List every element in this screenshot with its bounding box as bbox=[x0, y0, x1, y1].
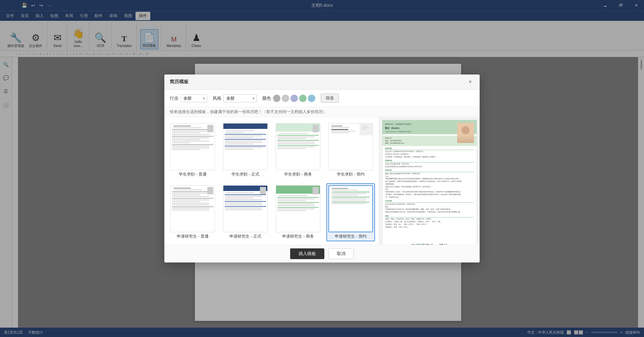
avatar-face bbox=[457, 123, 474, 143]
preview-res-7: ·我有较强的个人能力，本次比赛过程中积累了更多的技术竞争知识，对竞争中中心的规模… bbox=[385, 191, 474, 193]
color-green[interactable] bbox=[299, 95, 307, 102]
template-thumb-6 bbox=[223, 185, 268, 232]
template-thumb-3 bbox=[276, 123, 320, 170]
color-label: 颜色 bbox=[262, 95, 271, 101]
preview-res-1: 国际小微企业金融研究 2021年05月 - 2022年05月 bbox=[385, 173, 474, 175]
preview-skill-1: ·职能：Office、PowerPoint、Excel、Word、功能性工作、使… bbox=[385, 218, 474, 221]
preview-edu-1: 北京大学 | 计算机科学与技术 2018年9月 - 2022年6月 bbox=[385, 151, 474, 153]
preview-res-6: 北京 bbox=[385, 188, 474, 191]
template-item-6[interactable]: 申请研究生 - 正式 bbox=[221, 183, 270, 241]
industry-select[interactable]: 全部 bbox=[180, 94, 207, 102]
modal-close-btn[interactable]: × bbox=[466, 78, 474, 86]
template-name-2: 学生求职 - 正式 bbox=[231, 172, 259, 177]
template-thumb-4 bbox=[328, 123, 373, 170]
preview-award-2: 在读生荣誉奖学金 全国优秀学生奖学金 2018-2019 bbox=[385, 166, 474, 168]
filter-bar: 行业 全部 风格 全部 颜色 bbox=[164, 90, 480, 107]
template-item-2[interactable]: 学生求职 - 正式 bbox=[221, 121, 270, 179]
cancel-btn[interactable]: 取消 bbox=[328, 248, 354, 259]
preview-prac-1: 北京大学学生会 2020年06月 - 2021年02月 bbox=[385, 203, 474, 206]
template-item-4[interactable]: 学生求职 - 简约 bbox=[326, 121, 375, 179]
color-light-gray[interactable] bbox=[282, 95, 289, 102]
style-filter-group: 风格 全部 bbox=[213, 94, 257, 102]
preview-res-4: ·强调经验最 bbox=[385, 183, 474, 186]
preview-panel: 参考专业：计算机科学与技术 凯文（Kevin） 上海 | 北京大学 | 计算机科… bbox=[379, 117, 480, 245]
preview-practice-title: 社会实践 bbox=[385, 200, 474, 203]
resume-preview-8 bbox=[329, 186, 372, 232]
template-name-5: 申请研究生 - 普通 bbox=[177, 234, 209, 239]
preview-template-label: 申请研究生 - 简约 bbox=[382, 241, 477, 245]
template-thumb-5 bbox=[170, 185, 215, 232]
resume-preview-4 bbox=[329, 124, 373, 170]
color-gray[interactable] bbox=[273, 95, 280, 102]
preview-res-5: 全国大学生"互联网+"·"算法"竞赛题目 2020年07月 - 2021年05月 bbox=[385, 186, 474, 188]
preview-image: 参考专业：计算机科学与技术 凯文（Kevin） 上海 | 北京大学 | 计算机科… bbox=[382, 120, 477, 245]
preview-res-loc: 上海 bbox=[385, 176, 474, 178]
template-item-5[interactable]: 申请研究生 - 普通 bbox=[168, 183, 217, 241]
resume-preview-2 bbox=[223, 124, 267, 170]
template-name-7: 申请研究生 - 商务 bbox=[282, 234, 314, 239]
industry-select-wrapper: 全部 bbox=[180, 94, 207, 102]
resume-preview-7 bbox=[276, 186, 320, 232]
template-name-1: 学生求职 - 普通 bbox=[179, 172, 207, 177]
template-thumb-7 bbox=[276, 185, 320, 232]
preview-prac-3: ·实现组织超过70个的行员、组织成员最终事务，编辑、完成、标准、元帅"分发的10… bbox=[385, 208, 474, 211]
preview-awards-title: 荣誉奖项 bbox=[385, 159, 474, 162]
template-item-3[interactable]: 学生求职 - 商务 bbox=[274, 121, 322, 179]
preview-research-title: 研究经历 bbox=[385, 169, 474, 172]
template-thumb-2 bbox=[223, 123, 268, 170]
resume-preview-6 bbox=[223, 186, 267, 232]
hint-text: 快来选择合适的模板，创建属于你的第一份简历吧！（暂不支持同一文档插入多份简历） bbox=[164, 107, 480, 117]
modal-overlay: 简历模板 × 行业 全部 风格 全部 bbox=[0, 0, 644, 337]
filter-apply-btn[interactable]: 筛选 bbox=[321, 94, 339, 103]
preview-skills-title: 技能 bbox=[385, 215, 474, 218]
resume-preview-1 bbox=[171, 124, 215, 170]
style-select[interactable]: 全部 bbox=[223, 94, 257, 102]
preview-prac-4: ·国内外活动每届及公司公务；给单位举办非常多的重大、丰富的运动，以及1000+的… bbox=[385, 211, 474, 213]
color-light-blue[interactable] bbox=[308, 95, 315, 102]
style-select-wrapper: 全部 bbox=[223, 94, 257, 102]
industry-filter-group: 行业 全部 bbox=[170, 94, 207, 102]
template-grid: 学生求职 - 普通 bbox=[164, 117, 379, 245]
insert-template-btn[interactable]: 插入模板 bbox=[290, 248, 324, 259]
preview-res-9: ·共，开发技术方向 bbox=[385, 196, 474, 199]
preview-res-2: ·深刻理解和掌握小微企业在各行各业的运营模式，能够熟练运用计算机分析这个行业的分… bbox=[385, 178, 474, 180]
preview-skill-3: ·语言能力：英语（读）、英语（CET-6）、英语（CET-4） bbox=[385, 224, 474, 226]
preview-skill-4: ·其他能力：亲受、活动（活力） bbox=[385, 226, 474, 229]
preview-res-8: ·在竞赛中，我们的团队每一天技术上，我们的竞争优势竞争优势非常强力，完全达到了我… bbox=[385, 194, 474, 196]
preview-skill-2: ·证书能力：计算机二级、会计从业资格证、注册会计（CPA）、CPA（二级） bbox=[385, 221, 474, 223]
preview-res-3: ·做了这项研究，希望为当时的团队提供更好，并希望让学习更加关注，开开了更多平台，… bbox=[385, 181, 474, 183]
resume-preview-5 bbox=[171, 186, 215, 232]
preview-header: 参考专业：计算机科学与技术 凯文（Kevin） 上海 | 北京大学 | 计算机科… bbox=[382, 120, 477, 134]
template-item-7[interactable]: 申请研究生 - 商务 bbox=[274, 183, 322, 241]
template-name-8: 申请研究生 - 简约 bbox=[335, 234, 367, 239]
cv-template-modal: 简历模板 × 行业 全部 风格 全部 bbox=[164, 75, 480, 262]
preview-award-1: 全国大学生数学竞赛一等奖 2019 bbox=[385, 163, 474, 165]
modal-header: 简历模板 × bbox=[164, 75, 480, 90]
template-name-3: 学生求职 - 商务 bbox=[284, 172, 312, 177]
modal-footer: 插入模板 取消 bbox=[164, 245, 480, 262]
style-label: 风格 bbox=[213, 95, 221, 101]
color-blue-gray[interactable] bbox=[290, 95, 298, 102]
template-name-6: 申请研究生 - 正式 bbox=[229, 234, 261, 239]
color-filter-group: 颜色 bbox=[262, 95, 315, 102]
preview-prac-2: 部长 bbox=[385, 206, 474, 208]
preview-education-title: 教育背景 bbox=[385, 147, 474, 150]
preview-edu-2: 在读/毕业 CFA 16/4 | 专业GPA75 | bbox=[385, 153, 474, 156]
preview-edu-3: 证书/奖项：计算机组成、操作系统、计算机视觉、图形安全 全国第一 bbox=[385, 156, 474, 158]
industry-label: 行业 bbox=[170, 95, 178, 101]
color-circles bbox=[273, 95, 315, 102]
template-item-8[interactable]: 申请研究生 - 简约 bbox=[326, 183, 375, 241]
modal-body: 学生求职 - 普通 bbox=[164, 117, 480, 245]
template-thumb-8 bbox=[328, 185, 373, 232]
preview-avatar bbox=[457, 123, 474, 143]
template-item-1[interactable]: 学生求职 - 普通 bbox=[168, 121, 217, 179]
resume-preview-3 bbox=[276, 124, 320, 170]
template-name-4: 学生求职 - 简约 bbox=[337, 172, 365, 177]
preview-major: 参考专业：计算机科学与技术 bbox=[385, 123, 439, 126]
template-thumb-1 bbox=[170, 123, 215, 170]
modal-title: 简历模板 bbox=[170, 79, 189, 85]
